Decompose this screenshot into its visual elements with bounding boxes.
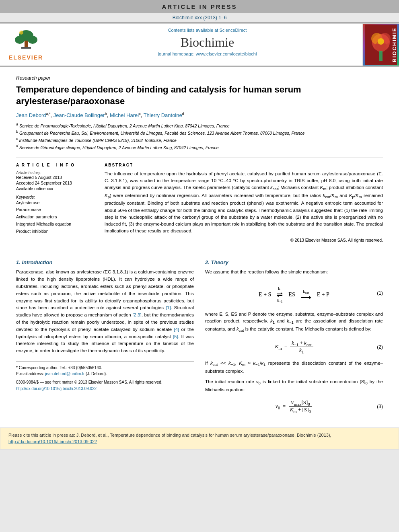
article-type-label: Research paper [16,75,383,81]
eq1-arrows: k1 ⇌ k−1 [277,286,283,303]
ref-4[interactable]: [4] [174,327,179,332]
svg-rect-3 [25,41,28,48]
available-date: Available online xxx [16,186,97,191]
journal-homepage: journal homepage: www.elsevier.com/locat… [60,51,354,56]
eq2-denominator: k1 [298,347,305,354]
reaction-equation: E + S k1 ⇌ k−1 ES kcat ⟶ E + P [259,286,329,303]
author-1: Jean Debord [16,113,46,119]
abstract-text: The influence of temperature upon the hy… [105,170,383,244]
cover-image-placeholder: BIOCHIMIE [363,24,399,66]
main-content: Research paper Temperature dependence of… [0,67,399,251]
affiliation-d: d Service de Gérontologie clinique, Hôpi… [16,144,383,151]
equation-3: v0 = Vmax[S]0 Km + [S]0 [276,399,313,414]
theory-para-2: where E, S, ES and P denote the enzyme, … [205,311,383,334]
eq3-denominator: Km + [S]0 [288,407,313,414]
eq1-number: (1) [377,290,383,296]
biochimie-vertical-label: BIOCHIMIE [391,27,397,62]
authors-line: Jean Deborda,*, Jean-Claude Bollingerb, … [16,112,383,118]
article-info-header: A R T I C L E I N F O [16,163,97,167]
elsevier-tree-icon [10,29,42,53]
theory-para-4: The initial reaction rate v0 is linked t… [205,378,383,394]
svg-rect-4 [21,47,31,49]
theory-text-after-eq2: If kcat << k−1, Km ≈ k−1/k1 represents t… [205,360,383,394]
journal-reference: Biochimie xxx (2013) 1–6 [0,13,399,22]
author-4: Thierry Dantoine [144,113,182,119]
svg-point-1 [15,36,25,44]
journal-header: ELSEVIER Contents lists available at Sci… [0,23,399,66]
email-line: E-mail address: jean.debord@unilim.fr (J… [16,371,194,377]
eq3-number: (3) [377,404,383,409]
eq3-numerator: Vmax[S]0 [289,399,312,407]
keywords-label: Keywords: [16,195,97,199]
elsevier-label: ELSEVIER [9,54,43,61]
doi-link[interactable]: http://dx.doi.org/10.1016/j.biochi.2013.… [16,386,97,391]
article-in-press-banner: ARTICLE IN PRESS [0,0,399,13]
eq3-fraction: Vmax[S]0 Km + [S]0 [288,399,313,414]
affiliations: a Service de Pharmacologie-Toxicologie, … [16,122,383,151]
body-section: 1. Introduction Paraoxonase, also known … [0,251,399,427]
svg-point-11 [378,38,384,45]
biochimie-cover-image: BIOCHIMIE [363,24,399,66]
theory-body-text: We assume that the reaction follows the … [205,269,383,276]
svg-rect-12 [379,51,383,61]
cite-text: Please cite this article in press as: J.… [8,433,331,438]
equation-2: Km = k−1 + kcat k1 [275,340,313,354]
cite-doi-link[interactable]: http://dx.doi.org/10.1016/j.biochi.2013.… [8,439,97,444]
footnote-section: * Corresponding author. Tel.: +33 (0)555… [16,361,194,392]
info-abstract-section: A R T I C L E I N F O Article history: R… [16,158,383,244]
keyword-5: Product inhibition [16,228,97,235]
homepage-url[interactable]: www.elsevier.com/locate/biochi [196,51,257,56]
doi-section: 0300-9084/$ — see front matter © 2013 El… [16,379,194,392]
eq1-es: ES [288,292,295,298]
intro-body-text: Paraoxonase, also known as arylesterase … [16,269,194,355]
eq1-kcat-arrow: kcat ⟶ [301,289,311,300]
two-col-body: 1. Introduction Paraoxonase, also known … [16,255,383,419]
accepted-date: Accepted 24 September 2013 [16,181,97,185]
svg-point-5 [19,31,23,35]
intro-section-title: 1. Introduction [16,259,194,265]
keywords-list: Arylesterase Paraoxonase Activation para… [16,199,97,235]
ref-5[interactable]: [5] [173,334,178,339]
ref-1[interactable]: [1] [166,305,171,310]
elsevier-logo: ELSEVIER [0,24,52,66]
theory-section-title: 2. Theory [205,259,383,265]
theory-text-after-eq1: where E, S, ES and P denote the enzyme, … [205,311,383,334]
keyword-1: Arylesterase [16,199,97,207]
keyword-3: Activation parameters [16,214,97,221]
article-title: Temperature dependence of binding and ca… [16,84,383,107]
journal-center-info: Contents lists available at ScienceDirec… [52,24,363,66]
contents-available-text: Contents lists available at ScienceDirec… [60,28,354,33]
history-label: Article history: [16,170,97,175]
theory-column: 2. Theory We assume that the reaction fo… [205,255,383,419]
author-2-sup: b [105,112,107,116]
corresponding-author: * Corresponding author. Tel.: +33 (0)555… [16,365,194,371]
keyword-4: Integrated Michaelis equation [16,221,97,228]
eq1-right: E + P [317,292,329,298]
abstract-column: ABSTRACT The influence of temperature up… [105,163,383,244]
abstract-header: ABSTRACT [105,163,383,167]
theory-para-3: If kcat << k−1, Km ≈ k−1/k1 represents t… [205,360,383,375]
eq2-number: (2) [377,344,383,350]
equation-2-block: Km = k−1 + kcat k1 (2) [205,340,383,354]
author-3: Michel Harel [110,113,139,119]
keyword-2: Paraoxonase [16,206,97,214]
eq1-left: E + S [259,292,271,298]
affiliation-a: a Service de Pharmacologie-Toxicologie, … [16,122,383,129]
eq1-double-arrow: ⇌ [277,292,283,298]
received-date: Received 5 August 2013 [16,175,97,180]
journal-title: Biochimie [60,35,354,50]
sciencedirect-link[interactable]: ScienceDirect [219,28,247,33]
author-4-sup: d [182,112,184,116]
affiliation-c: c Institut de Mathématiques de Toulouse … [16,136,383,144]
affiliation-b: b Groupement de Recherche Eau, Sol, Envi… [16,129,383,136]
ref-2-3[interactable]: [2,3] [132,312,141,317]
doi-label: 0300-9084/$ — see front matter © 2013 El… [16,379,194,385]
author-3-sup: c [139,112,141,116]
abstract-paragraph: The influence of temperature upon the hy… [105,170,383,235]
copyright-notice: © 2013 Elsevier Masson SAS. All rights r… [105,237,383,244]
svg-point-2 [28,36,37,44]
author-2: Jean-Claude Bollinger [53,113,105,119]
equation-1-block: E + S k1 ⇌ k−1 ES kcat ⟶ E + P (1) [205,281,383,305]
article-info-column: A R T I C L E I N F O Article history: R… [16,163,97,244]
email-link[interactable]: jean.debord@unilim.fr [45,372,84,376]
